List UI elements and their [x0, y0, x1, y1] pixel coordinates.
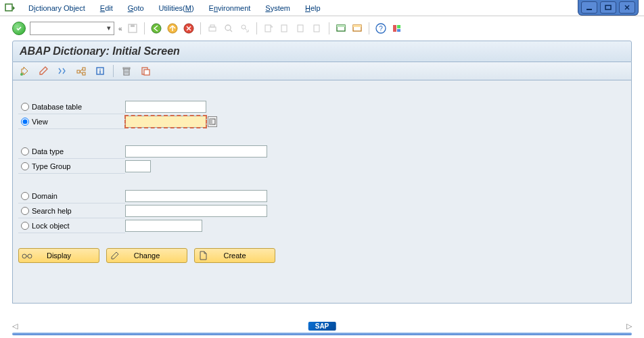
- activate-icon[interactable]: [18, 65, 30, 77]
- page-icon: [198, 250, 208, 261]
- label-data-type[interactable]: Data type: [18, 144, 125, 159]
- svg-rect-16: [265, 25, 271, 32]
- copy-icon[interactable]: [139, 65, 152, 77]
- row-domain: Domain: [18, 189, 626, 203]
- value-help-button[interactable]: [208, 116, 217, 127]
- input-search-help[interactable]: [125, 205, 267, 217]
- scroll-left-icon[interactable]: ◁: [12, 322, 18, 331]
- minimize-button[interactable]: [581, 1, 597, 14]
- svg-point-7: [152, 24, 161, 33]
- row-data-type: Data type: [18, 144, 626, 159]
- svg-rect-19: [314, 25, 319, 32]
- row-db-table: Database table: [18, 99, 626, 114]
- radio-search-help[interactable]: [21, 207, 29, 215]
- standard-toolbar: « ?: [0, 16, 644, 38]
- layout-icon[interactable]: [391, 22, 403, 34]
- menu-goto[interactable]: Goto: [125, 3, 147, 14]
- svg-rect-10: [209, 27, 216, 31]
- exit-button[interactable]: [166, 22, 179, 34]
- menu-help[interactable]: Help: [302, 3, 323, 14]
- title-panel: ABAP Dictionary: Initial Screen: [12, 41, 632, 62]
- cancel-button[interactable]: [183, 22, 195, 34]
- svg-line-33: [80, 69, 83, 72]
- create-button[interactable]: Create: [194, 248, 275, 263]
- label-search-help[interactable]: Search help: [18, 203, 125, 218]
- close-button[interactable]: [619, 1, 635, 14]
- label-domain[interactable]: Domain: [18, 189, 125, 203]
- input-lock-object[interactable]: [125, 220, 202, 232]
- status-bar: ◁ SAP ▷: [12, 322, 632, 333]
- next-page-icon: [295, 22, 307, 34]
- check-icon[interactable]: [56, 65, 68, 77]
- input-domain[interactable]: [125, 190, 267, 202]
- svg-rect-23: [353, 25, 361, 27]
- form-area: Database table View Data type Type Group…: [12, 80, 632, 304]
- maximize-button[interactable]: [600, 1, 616, 14]
- svg-rect-26: [393, 25, 396, 32]
- prev-page-icon: [279, 22, 291, 34]
- find-icon: [223, 22, 235, 34]
- svg-rect-38: [123, 68, 130, 69]
- app-toolbar: i: [12, 62, 632, 80]
- glasses-icon: [22, 250, 32, 261]
- radio-data-type[interactable]: [21, 147, 29, 155]
- svg-rect-18: [298, 25, 303, 32]
- edit-icon[interactable]: [37, 65, 49, 77]
- change-button[interactable]: Change: [106, 248, 187, 263]
- command-field[interactable]: [30, 22, 114, 35]
- label-db-table[interactable]: Database table: [18, 99, 125, 114]
- input-view[interactable]: [125, 116, 206, 128]
- svg-rect-21: [337, 25, 345, 27]
- svg-text:i: i: [99, 68, 101, 75]
- radio-domain[interactable]: [21, 192, 29, 200]
- svg-rect-43: [144, 70, 150, 75]
- delete-icon[interactable]: [120, 65, 133, 77]
- new-session-icon[interactable]: [335, 22, 347, 34]
- svg-rect-45: [210, 119, 212, 124]
- shortcut-icon[interactable]: [351, 22, 363, 34]
- group-3: Domain Search help Lock object: [18, 189, 626, 233]
- svg-rect-11: [210, 25, 214, 27]
- menu-system[interactable]: System: [262, 3, 293, 14]
- svg-point-46: [22, 254, 26, 258]
- radio-db-table[interactable]: [21, 103, 29, 111]
- input-data-type[interactable]: [125, 145, 267, 158]
- label-lock-object[interactable]: Lock object: [18, 218, 125, 233]
- row-lock-object: Lock object: [18, 218, 626, 233]
- svg-line-13: [230, 30, 232, 32]
- row-view: View: [18, 114, 626, 129]
- svg-line-34: [80, 72, 83, 74]
- label-view[interactable]: View: [18, 114, 125, 129]
- menu-utilities[interactable]: Utilities(M): [156, 3, 197, 14]
- menu-edit[interactable]: Edit: [97, 3, 116, 14]
- help-icon[interactable]: ?: [375, 22, 387, 34]
- svg-rect-1: [605, 5, 611, 9]
- svg-line-15: [245, 28, 247, 30]
- find-next-icon: [239, 22, 251, 34]
- scroll-right-icon[interactable]: ▷: [626, 322, 632, 331]
- pencil-icon: [110, 250, 120, 261]
- menu-environment[interactable]: Environment: [206, 3, 254, 14]
- info-icon[interactable]: i: [94, 65, 106, 77]
- svg-rect-27: [397, 25, 400, 28]
- input-type-group[interactable]: [125, 160, 151, 172]
- radio-view[interactable]: [21, 118, 29, 126]
- svg-point-29: [20, 73, 23, 76]
- where-used-icon[interactable]: [75, 65, 87, 77]
- radio-lock-object[interactable]: [21, 222, 29, 230]
- label-type-group[interactable]: Type Group: [18, 159, 125, 174]
- radio-type-group[interactable]: [21, 162, 29, 170]
- row-search-help: Search help: [18, 203, 626, 218]
- input-db-table[interactable]: [125, 101, 206, 113]
- menu-dropdown-icon[interactable]: [4, 2, 16, 14]
- svg-rect-4: [5, 4, 12, 11]
- back-button[interactable]: [150, 22, 162, 34]
- page-title: ABAP Dictionary: Initial Screen: [20, 45, 624, 57]
- horizontal-scrollbar[interactable]: [12, 333, 632, 335]
- display-button[interactable]: Display: [18, 248, 99, 263]
- menu-dictionary-object[interactable]: Dictionary Object: [26, 3, 88, 14]
- menu-bar: Dictionary Object Edit Goto Utilities(M)…: [0, 0, 644, 16]
- collapse-icon[interactable]: «: [118, 25, 122, 32]
- enter-button[interactable]: [12, 22, 26, 35]
- svg-rect-17: [281, 25, 287, 32]
